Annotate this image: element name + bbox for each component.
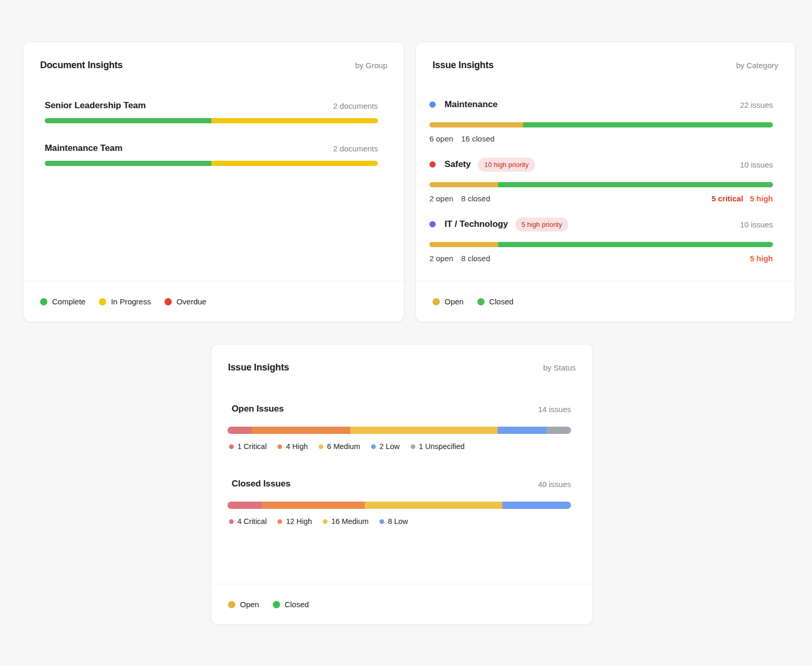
high-dot-icon <box>277 444 282 449</box>
open-closed-counts: 2 open 8 closed <box>429 254 490 265</box>
legend-label: 4 High <box>286 442 308 451</box>
bar-segment-low <box>498 427 547 434</box>
document-count: 2 documents <box>333 101 378 110</box>
issue-status-bar <box>429 242 773 247</box>
row-header: Closed Issues 40 issues <box>232 478 571 490</box>
open-dot-icon <box>433 298 440 305</box>
open-dot-icon <box>228 601 235 608</box>
status-name: Closed Issues <box>232 479 290 489</box>
legend-item-in-progress: In Progress <box>99 297 151 306</box>
category-row-maintenance: Maintenance 22 issues 6 open 16 closed <box>429 97 773 146</box>
legend-label: 1 Unspecified <box>419 442 465 451</box>
row-subtext: 2 open 8 closed 5 critical 5 high <box>429 194 773 206</box>
card-legend: Open Closed <box>416 281 795 322</box>
legend-label: 2 Low <box>379 442 400 451</box>
legend-label: 8 Low <box>388 517 408 526</box>
legend-item-high: 12 High <box>277 517 312 526</box>
legend-label: Open <box>240 600 259 609</box>
legend-item-low: 2 Low <box>371 442 400 451</box>
unspecified-dot-icon <box>411 444 415 449</box>
category-dot-icon <box>429 161 436 168</box>
legend-item-low: 8 Low <box>379 517 408 526</box>
bar-segment-medium <box>350 427 498 434</box>
legend-label: 4 Critical <box>237 517 267 526</box>
status-by-label: by Status <box>543 363 576 372</box>
severity-legend: 1 Critical 4 High 6 Medium 2 Low 1 Unspe… <box>229 442 571 451</box>
legend-label: 12 High <box>286 517 312 526</box>
issue-count: 10 issues <box>740 220 773 229</box>
priority-notes: 5 high <box>750 254 773 265</box>
card-title: Issue Insights <box>433 60 493 71</box>
bar-segment-complete <box>45 161 211 166</box>
row-subtext: 6 open 16 closed <box>429 134 773 146</box>
bar-segment-in-progress <box>211 118 378 123</box>
legend-item-critical: 4 Critical <box>229 517 267 526</box>
bar-segment-closed <box>498 182 773 187</box>
critical-note: 5 critical <box>712 194 743 206</box>
severity-legend: 4 Critical 12 High 16 Medium 8 Low <box>229 517 571 526</box>
open-closed-counts: 6 open 16 closed <box>429 134 494 146</box>
open-closed-counts: 2 open 8 closed <box>429 194 490 206</box>
bar-segment-high <box>262 502 365 509</box>
legend-item-closed: Closed <box>477 297 514 306</box>
card-title: Document Insights <box>40 60 123 71</box>
status-name: Open Issues <box>232 404 284 414</box>
closed-count: 8 closed <box>461 254 490 265</box>
overdue-dot-icon <box>164 298 172 305</box>
legend-label: Overdue <box>176 297 207 306</box>
closed-count: 8 closed <box>461 194 490 206</box>
group-row-senior-leadership: Senior Leadership Team 2 documents <box>45 99 378 123</box>
document-insights-card: Document Insights by Group Senior Leader… <box>23 42 404 322</box>
severity-bar <box>227 502 571 509</box>
high-note: 5 high <box>750 254 773 265</box>
card-legend: Open Closed <box>211 584 592 624</box>
legend-item-open: Open <box>228 600 259 609</box>
legend-label: In Progress <box>111 297 151 306</box>
category-by-label: by Category <box>736 61 778 70</box>
legend-label: 6 Medium <box>327 442 360 451</box>
row-header: Open Issues 14 issues <box>232 403 571 415</box>
category-dot-icon <box>429 101 436 108</box>
open-count: 6 open <box>429 134 453 146</box>
issue-insights-status-card: Issue Insights by Status Open Issues 14 … <box>211 344 593 625</box>
legend-item-closed: Closed <box>273 600 309 609</box>
group-name: Maintenance Team <box>45 143 122 153</box>
issue-status-bar <box>429 122 773 127</box>
legend-item-medium: 6 Medium <box>319 442 360 451</box>
bar-segment-high <box>252 427 350 434</box>
category-row-it-technology: IT / Technology 5 high priority 10 issue… <box>429 217 773 265</box>
legend-label: 1 Critical <box>237 442 267 451</box>
legend-label: Closed <box>489 297 514 306</box>
complete-dot-icon <box>40 298 47 305</box>
legend-item-unspecified: 1 Unspecified <box>411 442 465 451</box>
critical-dot-icon <box>229 519 234 524</box>
legend-item-complete: Complete <box>40 297 85 306</box>
document-status-bar <box>45 118 378 123</box>
legend-label: 16 Medium <box>331 517 369 526</box>
issue-count: 40 issues <box>538 480 571 489</box>
open-count: 2 open <box>429 194 453 206</box>
card-body: Senior Leadership Team 2 documents Maint… <box>23 99 404 166</box>
legend-label: Open <box>445 297 464 306</box>
group-by-label: by Group <box>355 61 387 70</box>
status-row-open-issues: Open Issues 14 issues 1 Critical 4 High <box>227 403 571 451</box>
issue-count: 10 issues <box>740 160 773 169</box>
priority-notes: 5 critical 5 high <box>712 194 773 206</box>
document-count: 2 documents <box>333 144 378 153</box>
legend-item-high: 4 High <box>277 442 308 451</box>
row-header: IT / Technology 5 high priority 10 issue… <box>429 217 773 232</box>
closed-count: 16 closed <box>461 134 494 146</box>
category-name: Safety <box>445 159 471 170</box>
bar-segment-open <box>429 242 498 247</box>
category-name: IT / Technology <box>445 219 508 229</box>
bar-segment-critical <box>227 427 252 434</box>
bar-segment-closed <box>498 242 773 247</box>
category-name: Maintenance <box>445 99 498 110</box>
card-legend: Complete In Progress Overdue <box>23 281 404 322</box>
bar-segment-in-progress <box>211 161 378 166</box>
critical-dot-icon <box>229 444 234 449</box>
issue-insights-category-card: Issue Insights by Category Maintenance 2… <box>415 42 795 322</box>
row-subtext: 2 open 8 closed 5 high <box>429 254 773 265</box>
bar-segment-closed <box>523 122 773 127</box>
document-status-bar <box>45 161 378 166</box>
